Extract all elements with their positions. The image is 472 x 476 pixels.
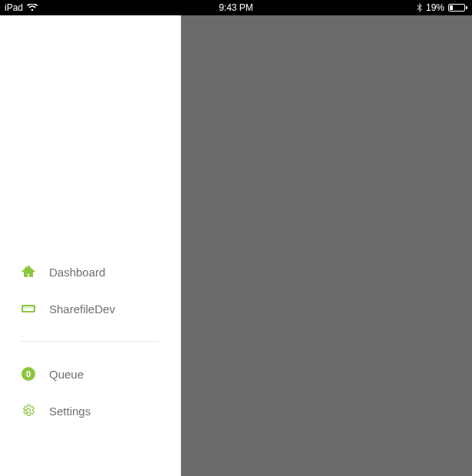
sidebar-item-queue[interactable]: 0 Queue (21, 355, 159, 392)
sidebar-item-dashboard[interactable]: Dashboard (21, 253, 159, 290)
status-bar: iPad 9:43 PM 19% (0, 0, 472, 15)
battery-percent: 19% (426, 2, 444, 13)
menu-group-1: Dashboard SharefileDev (0, 253, 180, 327)
status-right: 19% (417, 2, 467, 13)
svg-rect-2 (23, 306, 34, 309)
menu-group-2: 0 Queue Settings (0, 355, 180, 429)
wifi-icon (27, 4, 38, 12)
sidebar-item-sharefiledev[interactable]: SharefileDev (21, 290, 159, 327)
status-left: iPad (5, 2, 38, 13)
gear-icon (21, 404, 35, 418)
sidebar-divider (21, 341, 159, 342)
app-area: Dashboard SharefileDev 0 Queu (0, 15, 472, 476)
content-area (181, 15, 472, 476)
device-label: iPad (5, 2, 23, 13)
badge-count: 0 (21, 367, 35, 381)
sidebar-item-label: Settings (49, 405, 91, 418)
sidebar-item-settings[interactable]: Settings (21, 392, 159, 429)
battery-icon (448, 4, 467, 12)
sidebar: Dashboard SharefileDev 0 Queu (0, 15, 181, 476)
bluetooth-icon (417, 3, 422, 12)
sidebar-item-label: Queue (49, 368, 84, 381)
queue-badge-icon: 0 (21, 367, 35, 381)
sidebar-item-label: Dashboard (49, 266, 105, 279)
sidebar-item-label: SharefileDev (49, 302, 115, 316)
status-time: 9:43 PM (219, 2, 253, 13)
home-icon (21, 265, 35, 279)
storage-icon (21, 302, 35, 316)
